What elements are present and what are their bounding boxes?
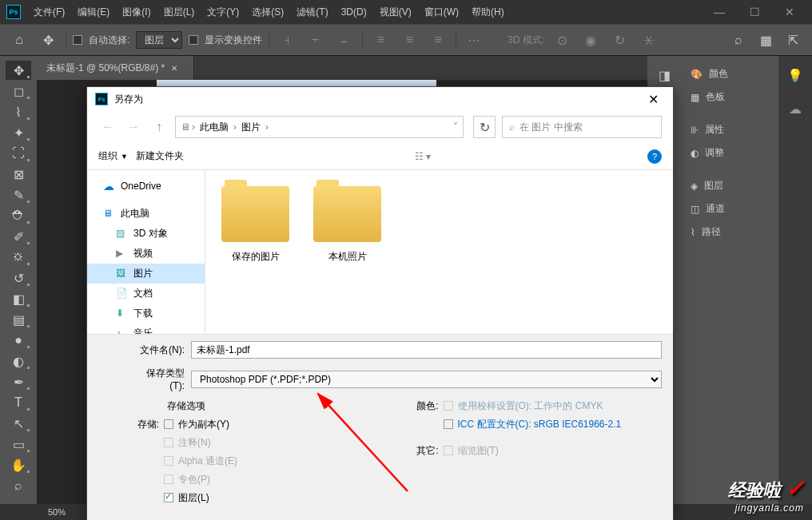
search-icon[interactable]: ⌕ bbox=[727, 29, 750, 51]
close-button[interactable]: ✕ bbox=[774, 4, 806, 20]
spot-checkbox bbox=[164, 474, 173, 484]
help-button[interactable]: ? bbox=[647, 149, 662, 164]
nav-music[interactable]: ♪音乐 bbox=[87, 324, 205, 334]
view-button[interactable]: ☷ ▾ bbox=[415, 151, 431, 162]
clone-stamp-tool[interactable]: ⛭ bbox=[6, 248, 31, 267]
save-label: 存储: bbox=[135, 418, 159, 431]
filetype-select[interactable]: Photoshop PDF (*.PDF;*.PDP) bbox=[191, 371, 662, 388]
history-icon[interactable]: ◨ bbox=[651, 62, 677, 88]
maximize-button[interactable]: ☐ bbox=[738, 4, 770, 20]
channels-icon: ◫ bbox=[691, 204, 699, 215]
pen-tool[interactable]: ✒ bbox=[6, 372, 31, 391]
path-tool[interactable]: ↖ bbox=[6, 414, 31, 433]
search-input[interactable]: ⌕ 在 图片 中搜索 bbox=[502, 116, 662, 138]
document-tab[interactable]: 未标题-1 @ 50%(RGB/8#) * ✕ bbox=[37, 56, 194, 80]
menu-edit[interactable]: 编辑(E) bbox=[71, 6, 116, 19]
blur-tool[interactable]: ● bbox=[6, 331, 31, 350]
dodge-tool[interactable]: ◐ bbox=[6, 351, 31, 371]
chevron-down-icon[interactable]: ˅ bbox=[453, 121, 458, 133]
panel-adjustments[interactable]: ◐调整 bbox=[684, 141, 775, 165]
icc-checkbox[interactable] bbox=[444, 419, 453, 429]
menu-image[interactable]: 图像(I) bbox=[116, 6, 157, 19]
panel-swatches[interactable]: ▦色板 bbox=[684, 85, 775, 109]
eraser-tool[interactable]: ◧ bbox=[6, 289, 31, 308]
show-transform-checkbox[interactable] bbox=[189, 35, 198, 45]
folder-icon bbox=[221, 186, 289, 242]
nav-computer[interactable]: 🖥此电脑 bbox=[87, 204, 205, 224]
hand-tool[interactable]: ✋ bbox=[6, 455, 31, 474]
alpha-checkbox bbox=[164, 456, 173, 466]
new-folder-button[interactable]: 新建文件夹 bbox=[136, 149, 184, 163]
lasso-tool[interactable]: ⌇ bbox=[6, 102, 31, 121]
nav-3d-objects[interactable]: ▨3D 对象 bbox=[87, 224, 205, 244]
menu-help[interactable]: 帮助(H) bbox=[465, 6, 511, 19]
auto-select-checkbox[interactable] bbox=[73, 35, 82, 45]
layers-checkbox[interactable] bbox=[164, 493, 173, 502]
shape-tool[interactable]: ▭ bbox=[6, 435, 31, 454]
marquee-tool[interactable]: ◻ bbox=[6, 81, 31, 101]
home-icon[interactable]: ⌂ bbox=[8, 29, 30, 51]
nav-back-button[interactable]: ← bbox=[98, 117, 117, 137]
distribute-icon: ≡ bbox=[427, 29, 449, 51]
menu-layer[interactable]: 图层(L) bbox=[157, 6, 201, 19]
thumbnail-checkbox bbox=[444, 446, 453, 455]
menu-view[interactable]: 视图(V) bbox=[373, 6, 418, 19]
brush-tool[interactable]: ✐ bbox=[6, 227, 31, 246]
share-icon[interactable]: ⇱ bbox=[782, 29, 804, 51]
align-icon: ⫠ bbox=[333, 29, 356, 51]
menu-select[interactable]: 选择(S) bbox=[245, 6, 290, 19]
libraries-icon[interactable]: ☁ bbox=[782, 96, 808, 121]
breadcrumb-folder[interactable]: 图片 bbox=[238, 121, 264, 134]
crop-tool[interactable]: ⛶ bbox=[6, 144, 31, 163]
tab-close-icon[interactable]: ✕ bbox=[171, 64, 177, 73]
dialog-close-button[interactable]: ✕ bbox=[642, 92, 665, 107]
zoom-tool[interactable]: ⌕ bbox=[6, 476, 31, 495]
grid-icon: ▦ bbox=[691, 92, 699, 103]
organize-button[interactable]: 组织 ▼ bbox=[98, 149, 128, 163]
panel-paths[interactable]: ⌇路径 bbox=[684, 220, 775, 244]
menu-window[interactable]: 窗口(W) bbox=[418, 6, 465, 19]
nav-videos[interactable]: ▶视频 bbox=[87, 244, 205, 264]
panel-properties[interactable]: ⊪属性 bbox=[684, 118, 775, 141]
gradient-tool[interactable]: ▤ bbox=[6, 310, 31, 329]
minimize-button[interactable]: — bbox=[703, 4, 735, 20]
computer-icon: 🖥 bbox=[181, 121, 190, 133]
magic-wand-tool[interactable]: ✦ bbox=[6, 123, 31, 142]
panel-channels[interactable]: ◫通道 bbox=[684, 197, 775, 220]
menu-file[interactable]: 文件(F) bbox=[27, 6, 71, 19]
refresh-button[interactable]: ↻ bbox=[473, 116, 496, 138]
workspace-icon[interactable]: ▦ bbox=[754, 29, 777, 51]
nav-documents[interactable]: 📄文档 bbox=[87, 284, 205, 304]
folder-camera-roll[interactable]: 本机照片 bbox=[313, 186, 381, 264]
panel-color[interactable]: 🎨颜色 bbox=[684, 62, 775, 85]
layer-select[interactable]: 图层 bbox=[136, 31, 182, 49]
distribute-icon: ≡ bbox=[369, 29, 392, 51]
move-tool[interactable]: ✥ bbox=[6, 61, 31, 80]
breadcrumb-root[interactable]: 此电脑 bbox=[197, 121, 232, 134]
filename-input[interactable] bbox=[191, 341, 662, 359]
nav-downloads[interactable]: ⬇下载 bbox=[87, 304, 205, 324]
menu-type[interactable]: 文字(Y) bbox=[201, 6, 245, 19]
menu-3d[interactable]: 3D(D) bbox=[335, 6, 373, 18]
type-tool[interactable]: T bbox=[6, 393, 31, 412]
learn-icon[interactable]: 💡 bbox=[782, 62, 808, 88]
history-brush-tool[interactable]: ↺ bbox=[6, 268, 31, 288]
nav-forward-button[interactable]: → bbox=[124, 117, 143, 137]
eyedropper-tool[interactable]: ✎ bbox=[6, 185, 31, 204]
nav-pictures[interactable]: 🖼图片 bbox=[87, 264, 205, 284]
as-copy-checkbox[interactable] bbox=[164, 419, 173, 429]
photoshop-logo: Ps bbox=[6, 5, 21, 19]
move-tool-icon[interactable]: ✥ bbox=[37, 29, 59, 51]
overflow-icon[interactable]: ⋯ bbox=[463, 29, 485, 51]
menu-filter[interactable]: 滤镜(T) bbox=[290, 6, 334, 19]
frame-tool[interactable]: ⊠ bbox=[6, 165, 31, 184]
save-as-dialog: Ps 另存为 ✕ ← → ↑ 🖥 › 此电脑 › 图片 › ˅ ↻ ⌕ 在 图片… bbox=[86, 86, 674, 520]
panel-layers[interactable]: ◈图层 bbox=[684, 174, 775, 197]
breadcrumb[interactable]: 🖥 › 此电脑 › 图片 › ˅ bbox=[175, 116, 464, 138]
music-icon: ♪ bbox=[116, 327, 129, 335]
nav-up-button[interactable]: ↑ bbox=[149, 117, 169, 137]
cloud-icon: ☁ bbox=[103, 180, 116, 193]
folder-saved-pictures[interactable]: 保存的图片 bbox=[221, 186, 289, 264]
healing-brush-tool[interactable]: ⛑ bbox=[6, 206, 31, 225]
nav-onedrive[interactable]: ☁OneDrive bbox=[87, 177, 205, 196]
